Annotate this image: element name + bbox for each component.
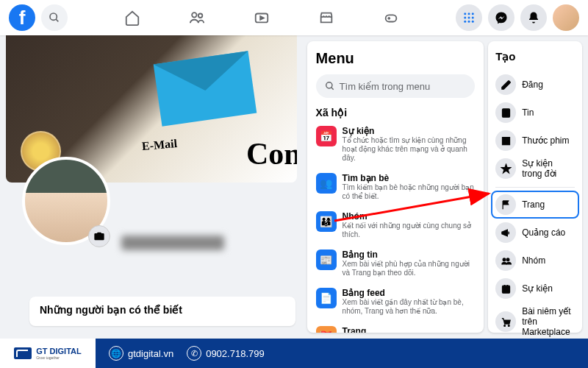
- svg-point-17: [503, 258, 506, 261]
- search-icon: [49, 12, 60, 24]
- menu-item-icon: 📅: [316, 126, 337, 146]
- group-icon: [495, 250, 516, 271]
- svg-point-15: [326, 82, 331, 88]
- menu-title: Menu: [316, 50, 476, 67]
- brand-tagline: Grow together: [36, 355, 82, 360]
- grid-icon: [462, 11, 476, 24]
- create-item-cart[interactable]: Bài niêm yết trên Marketplace: [495, 302, 575, 341]
- svg-point-6: [464, 13, 466, 15]
- create-item-label: Tin: [522, 107, 534, 118]
- account-avatar[interactable]: [553, 4, 579, 31]
- menu-item-3[interactable]: 📰Bảng tinXem bài viết phù hợp của những …: [316, 247, 476, 280]
- home-icon: [124, 10, 140, 26]
- phone-icon: ✆: [187, 346, 201, 361]
- facebook-logo[interactable]: f: [9, 4, 35, 31]
- change-avatar-button[interactable]: [88, 225, 110, 247]
- nav-gaming[interactable]: [362, 1, 420, 34]
- svg-point-2: [192, 13, 196, 17]
- menu-search-placeholder: Tìm kiếm trong menu: [340, 81, 431, 92]
- create-panel: Tạo ĐăngTinThước phimSự kiện trong đờiTr…: [488, 41, 582, 333]
- svg-point-21: [508, 325, 509, 326]
- book-icon: [495, 102, 516, 123]
- menu-item-desc: Xem bài viết gần đây nhất từ bạn bè, nhó…: [343, 298, 476, 316]
- svg-point-3: [198, 14, 203, 18]
- megaphone-icon: [495, 222, 516, 243]
- create-item-flag[interactable]: Trang: [492, 192, 578, 217]
- menu-item-4[interactable]: 📄Bảng feedXem bài viết gần đây nhất từ b…: [316, 285, 476, 319]
- divider: [495, 187, 575, 188]
- create-title: Tạo: [495, 50, 575, 63]
- create-item-label: Quảng cáo: [522, 227, 565, 238]
- star-icon: [495, 158, 516, 179]
- menu-grid-button[interactable]: [456, 4, 482, 31]
- menu-panel: Menu Tìm kiếm trong menu Xã hội 📅Sự kiện…: [307, 41, 484, 333]
- svg-point-11: [472, 17, 474, 19]
- brand-name: GT DIGITAL: [36, 347, 82, 355]
- edit-icon: [495, 74, 516, 95]
- create-item-star[interactable]: Sự kiện trong đời: [495, 155, 575, 183]
- menu-item-title: Trang: [343, 326, 476, 333]
- create-item-label: Trang: [522, 199, 545, 210]
- menu-item-icon: 👥: [316, 173, 337, 194]
- menu-search-input[interactable]: Tìm kiếm trong menu: [316, 74, 476, 98]
- footer-banner: GT DIGITAL Grow together 🌐gtdigital.vn ✆…: [0, 339, 588, 368]
- create-item-label: Sự kiện trong đời: [522, 158, 575, 179]
- footer-brand: GT DIGITAL Grow together: [0, 339, 96, 368]
- svg-point-14: [472, 21, 474, 23]
- friends-icon: [189, 10, 205, 26]
- notifications-button[interactable]: [520, 4, 547, 31]
- create-item-film[interactable]: Thước phim: [495, 127, 575, 155]
- create-item-group[interactable]: Nhóm: [495, 247, 575, 275]
- profile-area: E-Mail Cont Những người bạn có thể biết: [0, 35, 303, 339]
- svg-point-13: [468, 21, 470, 23]
- svg-point-7: [468, 13, 470, 15]
- pymk-label: Những người bạn có thể biết: [40, 304, 182, 316]
- menu-item-desc: Kết nối với những người cùng chung sở th…: [343, 222, 476, 239]
- menu-item-0[interactable]: 📅Sự kiệnTổ chức hoặc tìm sự kiện cùng nh…: [316, 123, 476, 166]
- watch-icon: [254, 10, 270, 26]
- footer-website[interactable]: 🌐gtdigital.vn: [109, 346, 173, 361]
- cover-text-email: E-Mail: [141, 137, 177, 153]
- menu-item-2[interactable]: 👨‍👩‍👦NhómKết nối với những người cùng ch…: [316, 208, 476, 242]
- create-item-edit[interactable]: Đăng: [495, 71, 575, 99]
- create-item-label: Nhóm: [522, 255, 545, 266]
- create-item-calendar[interactable]: Sự kiện: [495, 275, 575, 302]
- menu-item-desc: Tìm kiếm bạn bè hoặc những người bạn có …: [343, 183, 476, 201]
- calendar-icon: [495, 278, 516, 299]
- menu-item-icon: 👨‍👩‍👦: [316, 211, 337, 232]
- marketplace-icon: [318, 10, 334, 26]
- svg-line-16: [331, 88, 333, 90]
- cart-icon: [495, 311, 516, 332]
- svg-point-9: [464, 17, 466, 19]
- menu-item-1[interactable]: 👥Tìm bạn bèTìm kiếm bạn bè hoặc những ng…: [316, 170, 476, 204]
- pymk-card[interactable]: Những người bạn có thể biết: [29, 297, 295, 326]
- nav-marketplace[interactable]: [297, 1, 356, 34]
- nav-friends[interactable]: [168, 1, 226, 34]
- globe-icon: 🌐: [109, 346, 123, 361]
- create-item-book[interactable]: Tin: [495, 99, 575, 127]
- messenger-button[interactable]: [488, 4, 514, 31]
- create-item-label: Bài niêm yết trên Marketplace: [522, 306, 575, 337]
- nav-watch[interactable]: [232, 1, 291, 34]
- search-icon: [325, 81, 335, 91]
- menu-item-title: Sự kiện: [343, 126, 476, 136]
- flag-icon: [495, 194, 516, 215]
- profile-name-blurred: [121, 236, 224, 250]
- svg-point-10: [468, 17, 470, 19]
- svg-point-20: [503, 325, 505, 326]
- menu-item-5[interactable]: 🚩TrangKhám phá và kết nối với các doanh …: [316, 323, 476, 333]
- nav-home[interactable]: [103, 1, 162, 34]
- create-item-megaphone[interactable]: Quảng cáo: [495, 219, 575, 247]
- messenger-icon: [495, 11, 508, 24]
- menu-item-title: Nhóm: [343, 211, 476, 222]
- svg-rect-19: [502, 286, 509, 293]
- create-item-label: Sự kiện: [522, 283, 553, 294]
- gaming-icon: [383, 10, 399, 26]
- search-button[interactable]: [41, 4, 68, 31]
- footer-phone[interactable]: ✆0902.718.799: [187, 346, 265, 361]
- svg-rect-5: [386, 15, 397, 21]
- menu-item-desc: Tổ chức hoặc tìm sự kiện cùng những hoạt…: [343, 136, 476, 163]
- menu-item-icon: 📄: [316, 288, 337, 308]
- menu-item-title: Bảng tin: [343, 250, 476, 260]
- svg-line-1: [56, 19, 58, 21]
